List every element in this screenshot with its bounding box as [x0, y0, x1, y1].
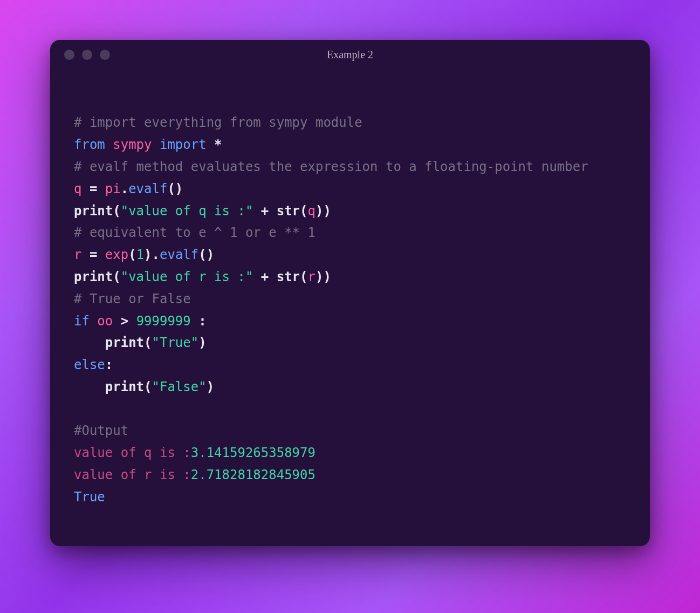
lparen: (	[113, 269, 120, 284]
number-one: 1	[136, 247, 144, 262]
keyword-import: import	[160, 137, 207, 152]
output-header: #Output	[74, 423, 128, 438]
plus: +	[253, 269, 276, 284]
var-q: q	[308, 203, 315, 219]
colon: :	[105, 357, 113, 372]
window-title: Example 2	[50, 49, 650, 61]
fn-str: str	[277, 269, 300, 284]
maximize-icon[interactable]	[100, 50, 110, 60]
var-q: q	[74, 181, 81, 196]
assign: =	[81, 247, 105, 262]
number-big: 9999999	[136, 314, 191, 329]
lparen: (	[113, 203, 120, 219]
rparen: )	[198, 335, 206, 350]
lparen: (	[144, 379, 152, 394]
gt: >	[113, 314, 136, 329]
output-value: 3.14159265358979	[191, 445, 315, 460]
lparen: (	[300, 269, 307, 284]
var-r: r	[74, 247, 81, 262]
parens: ()	[167, 181, 183, 196]
output-label: value of q is :	[74, 445, 191, 460]
keyword-from: from	[74, 137, 105, 152]
string-literal: "value of q is :"	[121, 203, 253, 219]
keyword-else: else	[74, 357, 105, 372]
lparen: (	[128, 247, 136, 262]
colon: :	[191, 314, 207, 329]
close-icon[interactable]	[64, 50, 74, 60]
symbol-oo: oo	[97, 314, 113, 329]
minimize-icon[interactable]	[82, 50, 92, 60]
rparen: )	[323, 269, 331, 284]
dot: .	[152, 247, 160, 262]
method-evalf: evalf	[160, 247, 198, 262]
plus: +	[253, 203, 276, 219]
output-value: 2.71828182845905	[191, 467, 315, 482]
code-comment: # equivalent to e ^ 1 or e ** 1	[74, 225, 315, 240]
string-false: "False"	[152, 379, 207, 394]
code-comment: # import everything from sympy module	[74, 115, 362, 130]
indent	[74, 335, 105, 350]
rparen: )	[315, 269, 323, 284]
rparen: )	[323, 203, 331, 219]
fn-print: print	[105, 335, 144, 350]
rparen: )	[207, 379, 214, 394]
star: *	[214, 137, 222, 152]
string-literal: "value of r is :"	[121, 269, 253, 284]
lparen: (	[144, 335, 152, 350]
keyword-if: if	[74, 314, 90, 329]
output-true: True	[74, 489, 105, 505]
fn-print: print	[105, 379, 144, 394]
lparen: (	[300, 203, 307, 219]
traffic-lights	[64, 50, 110, 60]
code-comment: # True or False	[74, 291, 191, 306]
var-r: r	[308, 269, 315, 284]
fn-str: str	[277, 203, 300, 219]
parens: ()	[198, 247, 214, 262]
code-window: Example 2 # import everything from sympy…	[50, 40, 650, 546]
assign: =	[81, 181, 105, 196]
code-block: # import everything from sympy module fr…	[50, 63, 650, 546]
rparen: )	[144, 247, 152, 262]
rparen: )	[315, 203, 323, 219]
method-evalf: evalf	[128, 181, 167, 196]
module-sympy: sympy	[113, 137, 152, 152]
symbol-pi: pi	[105, 181, 121, 196]
output-label: value of r is :	[74, 467, 191, 482]
indent	[74, 379, 105, 394]
dot: .	[121, 181, 128, 196]
fn-print: print	[74, 203, 113, 219]
fn-print: print	[74, 269, 113, 284]
titlebar: Example 2	[50, 40, 650, 63]
code-comment: # evalf method evaluates the expression …	[74, 159, 588, 174]
fn-exp: exp	[105, 247, 128, 262]
string-true: "True"	[152, 335, 199, 350]
